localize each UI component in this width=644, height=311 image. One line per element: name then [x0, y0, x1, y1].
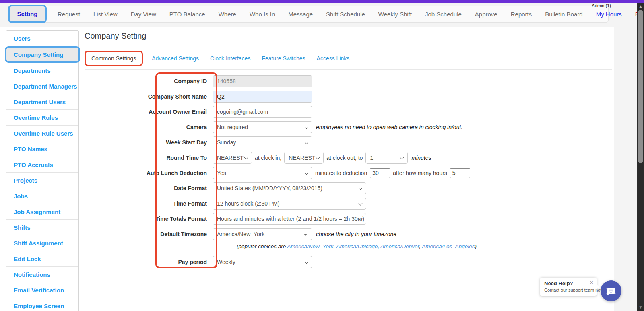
form-row-auto-lunch: Auto Lunch Deduction Yes minutes to dedu…	[85, 167, 612, 179]
nav-item-weekly-shift[interactable]: Weekly Shift	[378, 11, 412, 18]
at-clock-in-text: at clock in,	[255, 154, 281, 161]
timezone-link-los-angeles[interactable]: America/Los_Angeles	[422, 243, 475, 249]
nav-item-reports[interactable]: Reports	[511, 11, 532, 18]
timezone-link-new-york[interactable]: America/New_York	[287, 243, 334, 249]
company-short-name-field[interactable]	[213, 91, 312, 103]
nav-item-who-is-in[interactable]: Who Is In	[250, 11, 275, 18]
sidebar-item-edit-lock[interactable]: Edit Lock	[6, 251, 78, 267]
time-totals-format-label: Time Totals Format	[85, 216, 213, 222]
sidebar-item-company-setting[interactable]: Company Setting	[5, 46, 80, 63]
nav-item-message[interactable]: Message	[288, 11, 313, 18]
auto-lunch-select[interactable]: Yes	[213, 167, 312, 179]
scroll-up-arrow-icon[interactable]: ▲	[637, 4, 644, 9]
tab-access-links[interactable]: Access Links	[317, 55, 350, 62]
nav-item-job-schedule[interactable]: Job Schedule	[425, 11, 462, 18]
company-id-label: Company ID	[85, 78, 213, 84]
company-short-name-label: Company Short Name	[85, 93, 213, 100]
chevron-down-icon	[244, 156, 248, 160]
week-start-day-select-value: Sunday	[217, 139, 236, 146]
account-owner-email-field[interactable]	[213, 106, 312, 118]
company-id-field[interactable]	[213, 75, 312, 87]
sidebar-item-job-assignment[interactable]: Job Assignment	[6, 204, 78, 220]
date-format-select-value: United States (MM/DD/YYYY, 08/23/2015)	[217, 185, 322, 192]
time-format-select[interactable]: 12 hours clock (2:30 PM)	[213, 198, 366, 210]
account-owner-email-label: Account Owner Email	[85, 109, 213, 115]
form-row-pay-period: Pay period Weekly	[85, 256, 612, 268]
sidebar-item-departments[interactable]: Departments	[6, 63, 78, 78]
deduction-minutes-field[interactable]	[370, 168, 390, 178]
sidebar-item-jobs[interactable]: Jobs	[6, 188, 78, 204]
round-time-to-label: Round Time To	[85, 154, 213, 161]
form-row-account-owner-email: Account Owner Email	[85, 106, 612, 118]
pay-period-label: Pay period	[85, 259, 213, 265]
tab-common-settings[interactable]: Common Settings	[85, 51, 143, 66]
popular-suffix: )	[475, 243, 477, 249]
timezone-link-denver[interactable]: America/Denver	[380, 243, 419, 249]
nav-item-my-hours[interactable]: My Hours	[596, 11, 622, 18]
nav-item-approve[interactable]: Approve	[475, 11, 497, 18]
timezone-link-chicago[interactable]: America/Chicago	[336, 243, 378, 249]
caret-down-icon	[304, 234, 307, 236]
minutes-hint: minutes	[411, 154, 431, 161]
default-timezone-combobox[interactable]: America/New_York	[213, 228, 312, 240]
pay-period-select[interactable]: Weekly	[213, 256, 312, 268]
camera-select[interactable]: Not required	[213, 121, 312, 133]
top-accent-strip	[0, 0, 644, 3]
scroll-down-arrow-icon[interactable]: ▼	[637, 305, 644, 310]
sidebar-item-overtime-rule-users[interactable]: Overtime Rule Users	[6, 126, 78, 141]
time-totals-format-select[interactable]: Hours and minutes with a letter (2 and 1…	[213, 213, 366, 225]
nav-item-where[interactable]: Where	[219, 11, 236, 18]
sidebar-item-email-verification[interactable]: Email Verification	[6, 282, 78, 298]
form-row-default-timezone: Default Timezone America/New_York choose…	[85, 228, 612, 240]
sidebar-item-users[interactable]: Users	[6, 31, 78, 46]
common-settings-form: Company ID Company Short Name Account Ow…	[85, 75, 612, 268]
nav-item-pto-balance[interactable]: PTO Balance	[169, 11, 205, 18]
close-icon[interactable]: ×	[590, 280, 593, 285]
nav-item-request[interactable]: Request	[58, 11, 80, 18]
nav-item-bulletin-board[interactable]: Bulletin Board	[545, 11, 582, 18]
round-clock-out-select[interactable]: NEAREST	[284, 152, 324, 164]
sidebar-item-shifts[interactable]: Shifts	[6, 220, 78, 235]
round-clock-in-select[interactable]: NEAREST	[213, 152, 252, 164]
sidebar-item-projects[interactable]: Projects	[6, 173, 78, 188]
time-totals-format-select-value: Hours and minutes with a letter (2 and 1…	[217, 216, 364, 222]
support-chat-button[interactable]	[601, 280, 621, 301]
chevron-down-icon	[400, 156, 404, 160]
need-help-title: Need Help?	[544, 280, 592, 286]
chevron-down-icon	[305, 140, 309, 144]
sidebar-item-pto-names[interactable]: PTO Names	[6, 141, 78, 157]
week-start-day-select[interactable]: Sunday	[213, 136, 312, 148]
time-format-label: Time Format	[85, 200, 213, 207]
sidebar-item-department-users[interactable]: Department Users	[6, 94, 78, 110]
auto-lunch-select-value: Yes	[217, 170, 226, 176]
tab-clock-interfaces[interactable]: Clock Interfaces	[210, 55, 250, 62]
settings-tabs: Common Settings Advanced Settings Clock …	[85, 51, 612, 66]
nav-item-shift-schedule[interactable]: Shift Schedule	[326, 11, 365, 18]
tab-advanced-settings[interactable]: Advanced Settings	[152, 55, 199, 62]
chat-bubble-icon	[605, 284, 617, 297]
date-format-select[interactable]: United States (MM/DD/YYYY, 08/23/2015)	[213, 182, 366, 194]
form-row-week-start-day: Week Start Day Sunday	[85, 136, 612, 148]
sidebar-item-overtime-rules[interactable]: Overtime Rules	[6, 110, 78, 126]
chevron-down-icon	[305, 171, 309, 175]
content-panel: Users Company Setting Departments Depart…	[0, 27, 614, 311]
chevron-down-icon	[316, 156, 320, 160]
auto-lunch-label: Auto Lunch Deduction	[85, 170, 213, 176]
after-hours-text: after how many hours	[393, 170, 447, 176]
chevron-down-icon	[305, 260, 309, 264]
need-help-card: × Need Help? Contact our support team no…	[540, 278, 597, 296]
round-minutes-select[interactable]: 1	[365, 152, 408, 164]
after-hours-field[interactable]	[450, 168, 470, 178]
sidebar-item-department-managers[interactable]: Department Managers	[6, 78, 78, 94]
nav-item-list-view[interactable]: List View	[93, 11, 118, 18]
tab-feature-switches[interactable]: Feature Switches	[262, 55, 305, 62]
nav-item-setting-active[interactable]: Setting	[8, 5, 47, 23]
form-row-round-time-to: Round Time To NEAREST at clock in, NEARE…	[85, 152, 612, 164]
sidebar-item-pto-accruals[interactable]: PTO Accruals	[6, 157, 78, 173]
sidebar-item-employee-screen[interactable]: Employee Screen	[6, 298, 78, 311]
vertical-scrollbar[interactable]: ▲ ▼	[637, 3, 644, 311]
scrollbar-thumb[interactable]	[638, 10, 643, 163]
nav-item-day-view[interactable]: Day View	[131, 11, 156, 18]
sidebar-item-notifications[interactable]: Notifications	[6, 267, 78, 282]
sidebar-item-shift-assignment[interactable]: Shift Assignment	[6, 235, 78, 251]
